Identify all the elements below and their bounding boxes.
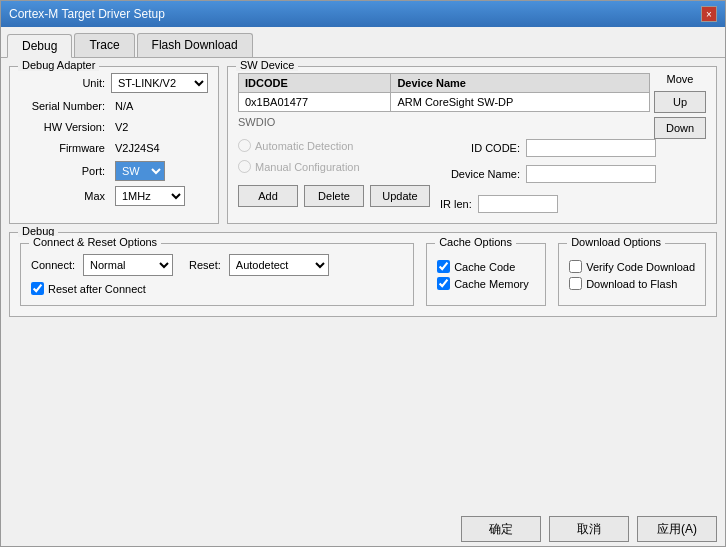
reset-select[interactable]: Autodetect Software Hardware [229, 254, 329, 276]
ir-len-label: IR len: [440, 198, 472, 210]
id-code-input[interactable] [526, 139, 656, 157]
reset-label: Reset: [189, 259, 221, 271]
close-button[interactable]: × [701, 6, 717, 22]
connect-row: Connect: Normal Under Reset Connect & Re… [31, 254, 403, 276]
bottom-section: Debug Connect & Reset Options Connect: N… [9, 232, 717, 317]
auto-detection-radio[interactable] [238, 139, 251, 152]
serial-value: N/A [111, 98, 137, 114]
sw-device-group: SW Device IDCODE Device Name [227, 66, 717, 224]
move-label: Move [654, 73, 706, 85]
cache-code-label: Cache Code [454, 261, 515, 273]
manual-config-label: Manual Configuration [255, 161, 360, 173]
verify-checkbox[interactable] [569, 260, 582, 273]
firmware-row: Firmware V2J24S4 [20, 140, 208, 156]
sw-id-section: ID CODE: Device Name: IR len: [440, 139, 706, 213]
debug-bottom-inner: Connect & Reset Options Connect: Normal … [20, 243, 706, 306]
tabs-bar: Debug Trace Flash Download [1, 27, 725, 58]
unit-select[interactable]: ST-LINK/V2 [111, 73, 208, 93]
device-name-input[interactable] [526, 165, 656, 183]
max-row: Max 1MHz [20, 186, 208, 206]
swdio-label: SWDIO [238, 116, 650, 128]
col-device-name: Device Name [391, 74, 650, 93]
id-code-label: ID CODE: [440, 142, 520, 154]
auto-detection-row: Automatic Detection [238, 139, 430, 152]
firmware-label: Firmware [20, 142, 105, 154]
sw-table: IDCODE Device Name 0x1BA01477 ARM CoreSi… [238, 73, 650, 112]
download-options-group: Download Options Verify Code Download Do… [558, 243, 706, 306]
download-label: Download to Flash [586, 278, 677, 290]
max-label: Max [20, 190, 105, 202]
max-select[interactable]: 1MHz [115, 186, 185, 206]
update-button[interactable]: Update [370, 185, 430, 207]
col-idcode: IDCODE [239, 74, 391, 93]
idcode-cell: 0x1BA01477 [239, 93, 391, 112]
download-checkbox[interactable] [569, 277, 582, 290]
sw-device-title: SW Device [236, 59, 298, 71]
hw-value: V2 [111, 119, 132, 135]
debug-adapter-title: Debug Adapter [18, 59, 99, 71]
down-button[interactable]: Down [654, 117, 706, 139]
port-row: Port: SW [20, 161, 208, 181]
main-content: Debug Adapter Unit: ST-LINK/V2 Serial Nu… [1, 58, 725, 508]
title-bar: Cortex-M Target Driver Setup × [1, 1, 725, 27]
tab-flash-download[interactable]: Flash Download [137, 33, 253, 57]
ok-button[interactable]: 确定 [461, 516, 541, 542]
main-window: Cortex-M Target Driver Setup × Debug Tra… [0, 0, 726, 547]
cancel-button[interactable]: 取消 [549, 516, 629, 542]
connect-select[interactable]: Normal Under Reset Connect & Reset [83, 254, 173, 276]
tab-debug[interactable]: Debug [7, 34, 72, 58]
tab-trace[interactable]: Trace [74, 33, 134, 57]
debug-bottom-group: Debug Connect & Reset Options Connect: N… [9, 232, 717, 317]
verify-label: Verify Code Download [586, 261, 695, 273]
manual-config-row: Manual Configuration [238, 160, 430, 173]
reset-after-connect-row: Reset after Connect [31, 282, 403, 295]
cache-memory-row: Cache Memory [437, 277, 535, 290]
serial-row: Serial Number: N/A [20, 98, 208, 114]
sw-buttons-side: Move Up Down [654, 73, 706, 139]
cache-code-row: Cache Code [437, 260, 535, 273]
sw-bottom-area: Automatic Detection Manual Configuration… [238, 139, 706, 213]
cache-memory-label: Cache Memory [454, 278, 529, 290]
connect-label: Connect: [31, 259, 75, 271]
window-title: Cortex-M Target Driver Setup [9, 7, 165, 21]
table-row[interactable]: 0x1BA01477 ARM CoreSight SW-DP [239, 93, 650, 112]
connect-reset-title: Connect & Reset Options [29, 236, 161, 248]
port-select[interactable]: SW [115, 161, 165, 181]
sw-table-area: IDCODE Device Name 0x1BA01477 ARM CoreSi… [238, 73, 650, 139]
debug-adapter-group: Debug Adapter Unit: ST-LINK/V2 Serial Nu… [9, 66, 219, 224]
delete-button[interactable]: Delete [304, 185, 364, 207]
up-button[interactable]: Up [654, 91, 706, 113]
auto-detection-label: Automatic Detection [255, 140, 353, 152]
ir-len-row: IR len: [440, 195, 706, 213]
unit-label: Unit: [20, 77, 105, 89]
device-name-cell: ARM CoreSight SW-DP [391, 93, 650, 112]
sw-radio-section: Automatic Detection Manual Configuration… [238, 139, 430, 207]
action-buttons: Add Delete Update [238, 185, 430, 207]
firmware-value: V2J24S4 [111, 140, 164, 156]
cache-options-title: Cache Options [435, 236, 516, 248]
bottom-buttons: 确定 取消 应用(A) [1, 508, 725, 546]
device-name-label: Device Name: [440, 168, 520, 180]
sw-table-wrapper: IDCODE Device Name 0x1BA01477 ARM CoreSi… [238, 73, 706, 139]
ir-len-input[interactable] [478, 195, 558, 213]
id-code-row: ID CODE: [440, 139, 706, 157]
cache-options-group: Cache Options Cache Code Cache Memory [426, 243, 546, 306]
manual-config-radio[interactable] [238, 160, 251, 173]
reset-after-connect-label: Reset after Connect [48, 283, 146, 295]
top-section: Debug Adapter Unit: ST-LINK/V2 Serial Nu… [9, 66, 717, 224]
hw-row: HW Version: V2 [20, 119, 208, 135]
hw-label: HW Version: [20, 121, 105, 133]
device-name-row: Device Name: [440, 165, 706, 183]
serial-label: Serial Number: [20, 100, 105, 112]
add-button[interactable]: Add [238, 185, 298, 207]
download-row: Download to Flash [569, 277, 695, 290]
connect-reset-group: Connect & Reset Options Connect: Normal … [20, 243, 414, 306]
reset-after-connect-checkbox[interactable] [31, 282, 44, 295]
unit-row: Unit: ST-LINK/V2 [20, 73, 208, 93]
cache-memory-checkbox[interactable] [437, 277, 450, 290]
port-label: Port: [20, 165, 105, 177]
apply-button[interactable]: 应用(A) [637, 516, 717, 542]
cache-code-checkbox[interactable] [437, 260, 450, 273]
verify-row: Verify Code Download [569, 260, 695, 273]
download-options-title: Download Options [567, 236, 665, 248]
